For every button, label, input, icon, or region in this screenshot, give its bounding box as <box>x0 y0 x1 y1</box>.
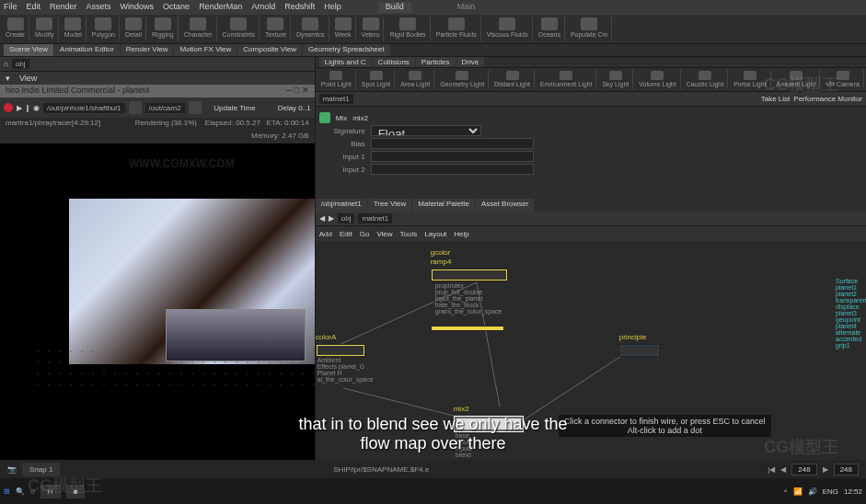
menu-renderman[interactable]: RenderMan <box>199 2 242 13</box>
menu-help[interactable]: Help <box>324 2 341 13</box>
parm-input2-field[interactable] <box>371 164 534 175</box>
shelf-viscous[interactable]: Viscous Fluids <box>483 17 533 41</box>
tab-particles[interactable]: Particles <box>416 57 456 67</box>
shelf-point-light[interactable]: Point Light <box>318 70 356 89</box>
stop-icon[interactable]: ◉ <box>33 104 40 112</box>
p-1[interactable]: planet1 <box>834 284 866 291</box>
p-8[interactable]: alternate <box>834 329 866 336</box>
tray-volume-icon[interactable]: 🔊 <box>808 487 817 496</box>
menu-windows[interactable]: Windows <box>121 2 155 13</box>
current-frame[interactable]: 248 <box>791 464 816 475</box>
pause-icon[interactable]: ‖ <box>26 104 29 112</box>
ramp4-in-2[interactable]: input_the_planet <box>435 295 502 302</box>
shelf-char[interactable]: Character <box>180 17 217 41</box>
node-ramp4[interactable] <box>431 269 508 281</box>
p-7[interactable]: planet4 <box>834 323 866 329</box>
shelf-area-light[interactable]: Area Light <box>397 70 434 89</box>
tab-scene-view[interactable]: Scene View <box>4 44 53 56</box>
shelf-ambient-light[interactable]: Ambient Light <box>773 70 821 89</box>
search-icon[interactable]: 🔍 <box>16 487 25 496</box>
net-menu-edit[interactable]: Edit <box>340 230 352 238</box>
menu-file[interactable]: File <box>4 2 17 13</box>
desktop-main[interactable]: Main <box>457 2 476 13</box>
first-frame-icon[interactable]: |◀ <box>768 465 775 474</box>
net-menu-view[interactable]: View <box>376 230 392 238</box>
ramp4-in-3[interactable]: frate_the_block <box>435 302 502 308</box>
render-viewport[interactable]: WWW.CGMXW.COM <box>0 143 315 475</box>
shelf-modify[interactable]: Modify <box>31 17 59 41</box>
shelf-env-light[interactable]: Environment Light <box>537 70 596 89</box>
shelf-rigid[interactable]: Rigid Bodies <box>386 17 430 41</box>
tray-network-icon[interactable]: 📶 <box>793 487 802 496</box>
node-colora[interactable] <box>316 344 365 357</box>
rop-picker-icon[interactable] <box>129 101 142 114</box>
parm-bias-input[interactable] <box>371 138 534 149</box>
render-cam-path[interactable]: /out/cam2 <box>145 103 185 113</box>
parm-input1-field[interactable] <box>371 151 534 162</box>
shelf-create[interactable]: Create <box>2 17 29 41</box>
render-rop-path[interactable]: /out/pinhole1/shaftbui1 <box>43 103 125 113</box>
cortana-icon[interactable]: ○ <box>30 487 35 496</box>
shelf-volume-light[interactable]: Volume Light <box>635 70 680 89</box>
fwd-icon[interactable]: ▶ <box>329 214 334 223</box>
tab-geospread[interactable]: Geometry Spreadsheet <box>303 44 390 56</box>
tray-time[interactable]: 12:52 <box>844 487 862 496</box>
ramp4-in-4[interactable]: grabs_the_color_space <box>435 308 502 315</box>
ramp4-in-0[interactable]: propIndex <box>435 282 502 289</box>
menu-render[interactable]: Render <box>50 2 77 13</box>
parm-signature-select[interactable]: Float <box>371 125 481 136</box>
shelf-spot-light[interactable]: Spot Light <box>358 70 396 89</box>
parm-path[interactable]: matnet1 <box>319 94 353 104</box>
shelf-portal-light[interactable]: Portal Light <box>730 70 770 89</box>
snapshot-name[interactable]: Snap 1 <box>22 463 60 476</box>
colora-in-1[interactable]: Effects planet_G <box>318 363 374 370</box>
colora-in-0[interactable]: Ambient <box>318 357 374 363</box>
tab-collisions[interactable]: Collisions <box>373 57 415 67</box>
tab-drive[interactable]: Drive <box>456 57 485 67</box>
play-icon[interactable]: ▶ <box>17 104 22 112</box>
menu-edit[interactable]: Edit <box>27 2 41 13</box>
tab-material-palette[interactable]: Material Palette <box>412 199 475 212</box>
node-name[interactable]: mix2 <box>352 114 368 122</box>
maximize-icon[interactable]: □ <box>294 86 299 95</box>
dropdown-icon[interactable]: ▾ <box>6 74 10 83</box>
p-3[interactable]: transparency <box>834 297 866 304</box>
app-taskbar-icon[interactable]: ■ <box>66 485 86 498</box>
back-icon[interactable]: ◀ <box>319 214 325 223</box>
menu-redshift[interactable]: Redshift <box>284 2 315 13</box>
p-9[interactable]: accented <box>834 336 866 342</box>
menu-arnold[interactable]: Arnold <box>251 2 275 13</box>
shelf-vr-camera[interactable]: VR Camera <box>822 70 864 89</box>
p-surface[interactable]: Surface <box>834 278 866 284</box>
tab-anim-editor[interactable]: Animation Editor <box>54 44 120 56</box>
net-path-obj[interactable]: obj <box>338 213 355 223</box>
menu-octane[interactable]: Octane <box>163 2 190 13</box>
net-menu-layout[interactable]: Layout <box>424 230 446 238</box>
end-frame[interactable]: 248 <box>834 464 859 475</box>
path-obj[interactable]: obj <box>12 59 29 69</box>
shelf-detail[interactable]: Detail <box>121 17 146 41</box>
shelf-distant-light[interactable]: Distant Light <box>491 70 535 89</box>
net-menu-go[interactable]: Go <box>360 230 370 238</box>
shelf-polygon[interactable]: Polygon <box>88 17 120 41</box>
p-10[interactable]: grip1 <box>834 342 866 349</box>
record-icon[interactable] <box>4 103 13 112</box>
tab-asset-browser[interactable]: Asset Browser <box>476 199 535 212</box>
close-icon[interactable]: ✕ <box>302 86 309 95</box>
tab-perf-monitor[interactable]: Performance Monitor <box>793 95 862 103</box>
p-2[interactable]: planet2 <box>834 291 866 297</box>
net-path-matnet[interactable]: matnet1 <box>358 213 392 223</box>
node-ramp-handle[interactable] <box>431 326 504 331</box>
shelf-model[interactable]: Model <box>61 17 87 41</box>
cam-picker-icon[interactable] <box>189 101 202 114</box>
shelf-texture[interactable]: Texture <box>261 17 291 41</box>
net-menu-help[interactable]: Help <box>454 230 468 238</box>
p-6[interactable]: geopoint <box>834 316 866 323</box>
snap-icon[interactable]: 📷 <box>7 465 17 474</box>
shelf-velero[interactable]: Velero <box>358 17 385 41</box>
tab-render-view[interactable]: Render View <box>121 44 174 56</box>
tray-lang[interactable]: ENG <box>823 487 838 496</box>
net-menu-add[interactable]: Add <box>319 230 332 238</box>
shelf-sky-light[interactable]: Sky Light <box>598 70 633 89</box>
shelf-geo-light[interactable]: Geometry Light <box>436 70 489 89</box>
